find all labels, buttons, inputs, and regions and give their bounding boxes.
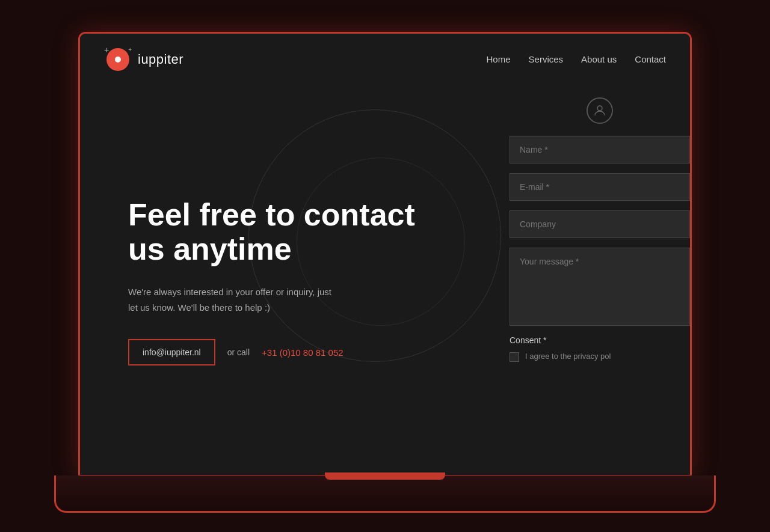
logo-text: iuppiter: [138, 52, 183, 67]
logo-icon: + +: [104, 46, 132, 73]
consent-row: I agree to the privacy pol: [510, 351, 690, 362]
company-input[interactable]: [510, 210, 690, 238]
person-icon-wrapper: [510, 97, 690, 124]
hero-title: Feel free to contact us anytime: [128, 198, 417, 266]
laptop-base: [54, 475, 716, 513]
svg-point-0: [597, 106, 602, 111]
logo-dot: [115, 57, 121, 63]
logo-plus-decoration-2: +: [128, 47, 132, 53]
person-icon: [587, 97, 613, 124]
left-section: Feel free to contact us anytime We're al…: [80, 85, 510, 475]
email-input[interactable]: [510, 173, 690, 201]
nav-home[interactable]: Home: [487, 54, 511, 64]
contact-row: info@iuppiter.nl or call +31 (0)10 80 81…: [128, 339, 485, 365]
navbar: + + iuppiter Home Services About us Cont…: [80, 34, 690, 85]
nav-links: Home Services About us Contact: [487, 54, 666, 64]
logo-circle: [106, 48, 129, 71]
nav-services[interactable]: Services: [529, 54, 564, 64]
message-textarea[interactable]: [510, 248, 690, 326]
consent-section: Consent * I agree to the privacy pol: [510, 335, 690, 362]
phone-number: +31 (0)10 80 81 052: [262, 347, 343, 358]
name-input[interactable]: [510, 136, 690, 164]
contact-form: Consent * I agree to the privacy pol: [510, 85, 690, 475]
consent-text: I agree to the privacy pol: [525, 351, 611, 362]
main-content: Feel free to contact us anytime We're al…: [80, 85, 690, 475]
or-call-label: or call: [227, 347, 250, 357]
nav-about[interactable]: About us: [581, 54, 617, 64]
nav-contact[interactable]: Contact: [635, 54, 666, 64]
consent-checkbox[interactable]: [510, 352, 519, 362]
hero-description: We're always interested in your offer or…: [128, 284, 333, 315]
consent-label: Consent *: [510, 335, 690, 345]
email-button[interactable]: info@iuppiter.nl: [128, 339, 215, 365]
logo: + + iuppiter: [104, 46, 183, 73]
